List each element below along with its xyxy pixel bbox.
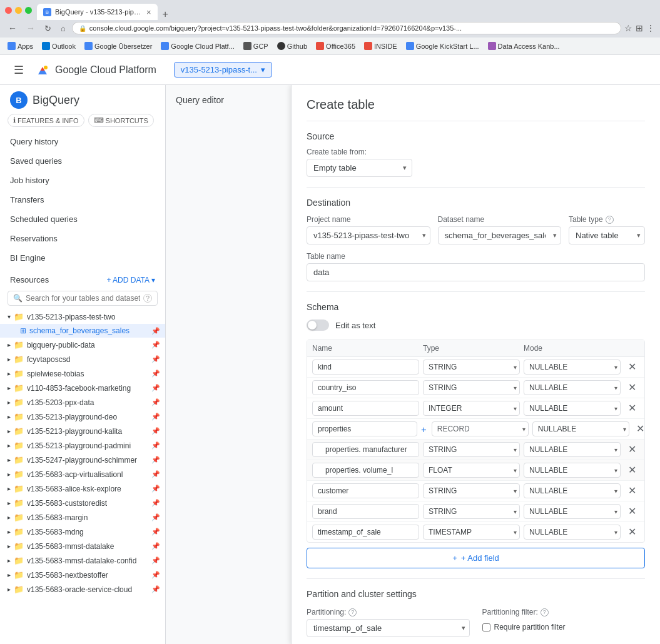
help-icon[interactable]: ? [143, 294, 152, 303]
remove-field-kind[interactable]: ✕ [624, 361, 639, 373]
table-type-select[interactable]: Native table External table [569, 227, 644, 244]
extensions-button[interactable]: ⊞ [636, 23, 643, 33]
sidebar-item-job-history[interactable]: Job history [0, 171, 165, 190]
shortcuts-btn[interactable]: ⌨ SHORTCUTS [88, 114, 154, 127]
features-info-btn[interactable]: ℹ FEATURES & INFO [8, 114, 84, 127]
tree-item-v135-5683-mmst[interactable]: ▸ 📁 v135-5683-mmst-datalake 📌 [0, 539, 165, 553]
tree-item-v135-5683-cust[interactable]: ▸ 📁 v135-5683-custstoredist 📌 [0, 496, 165, 510]
tree-item-v135-5683-margin[interactable]: ▸ 📁 v135-5683-margin 📌 [0, 510, 165, 525]
tree-item-v135-5683-next[interactable]: ▸ 📁 v135-5683-nextbestoffer 📌 [0, 568, 165, 582]
partition-filter-help-icon[interactable]: ? [541, 608, 549, 616]
bookmark-star[interactable]: ☆ [624, 23, 632, 33]
bookmark-apps[interactable]: Apps [4, 41, 37, 51]
hamburger-menu[interactable]: ☰ [10, 59, 28, 81]
field-name-brand[interactable] [312, 504, 419, 519]
tree-item-bigquery-public[interactable]: ▸ 📁 bigquery-public-data 📌 [0, 338, 165, 352]
tree-item-v110[interactable]: ▸ 📁 v110-4853-facebook-marketing 📌 [0, 381, 165, 395]
field-name-timestamp[interactable] [312, 525, 419, 540]
remove-field-properties[interactable]: ✕ [633, 423, 648, 435]
tree-item-fcyv[interactable]: ▸ 📁 fcyvtaposcsd 📌 [0, 352, 165, 366]
tree-item-v135-5247[interactable]: ▸ 📁 v135-5247-playground-schimmer 📌 [0, 453, 165, 467]
back-button[interactable]: ← [5, 22, 20, 34]
add-field-button[interactable]: + + Add field [307, 548, 645, 568]
tree-item-v135-5683-mdng[interactable]: ▸ 📁 v135-5683-mdng 📌 [0, 525, 165, 539]
tree-project-main[interactable]: ▾ 📁 v135-5213-pipass-test-two [0, 309, 165, 324]
remove-field-volume[interactable]: ✕ [624, 464, 639, 476]
tree-item-v135-5683-alice[interactable]: ▸ 📁 v135-5683-alice-ksk-explore 📌 [0, 481, 165, 496]
tree-item-spielwiese[interactable]: ▸ 📁 spielwiese-tobias 📌 [0, 366, 165, 381]
edit-as-text-toggle[interactable] [307, 319, 329, 331]
bookmark-gcp[interactable]: Google Cloud Platf... [157, 41, 238, 51]
create-from-select[interactable]: Empty table Google Cloud Storage Upload … [307, 159, 412, 176]
field-name-kind[interactable] [312, 360, 419, 375]
tree-item-v135-5213-pad[interactable]: ▸ 📁 v135-5213-playground-padmini 📌 [0, 438, 165, 453]
field-type-manufacturer[interactable]: STRINGINTEGERFLOATBOOLEANRECORDTIMESTAMP [424, 443, 519, 456]
field-mode-manufacturer[interactable]: NULLABLEREQUIREDREPEATED [524, 443, 620, 456]
dataset-name-select[interactable]: schema_for_beverages_sales [439, 227, 561, 244]
bookmark-gcp-short[interactable]: GCP [240, 41, 272, 51]
field-type-volume[interactable]: STRINGINTEGERFLOATBOOLEANRECORDTIMESTAMP [424, 463, 519, 477]
sidebar-item-saved-queries[interactable]: Saved queries [0, 151, 165, 171]
traffic-light-green[interactable] [25, 7, 32, 14]
field-name-customer[interactable] [312, 483, 419, 498]
field-mode-properties[interactable]: NULLABLEREQUIREDREPEATED [533, 422, 629, 436]
remove-field-timestamp[interactable]: ✕ [624, 526, 639, 538]
field-type-properties[interactable]: STRINGINTEGERFLOATBOOLEANRECORDTIMESTAMP [432, 422, 528, 436]
sidebar-item-reservations[interactable]: Reservations [0, 229, 165, 248]
bookmark-office365[interactable]: Office365 [312, 41, 359, 51]
bookmark-github[interactable]: Github [273, 41, 311, 51]
sidebar-item-query-history[interactable]: Query history [0, 132, 165, 151]
tree-dataset-item[interactable]: ⊞ schema_for_beverages_sales 📌 [0, 324, 165, 338]
field-name-amount[interactable] [312, 401, 419, 416]
active-tab[interactable]: B BigQuery - v135-5213-pipass-te... × [37, 4, 158, 20]
forward-button[interactable]: → [23, 22, 38, 34]
bookmark-inside[interactable]: INSIDE [360, 41, 401, 51]
tree-item-v135-5683-mmst-confid[interactable]: ▸ 📁 v135-5683-mmst-datalake-confid 📌 [0, 553, 165, 568]
tab-close[interactable]: × [146, 8, 151, 17]
sidebar-item-transfers[interactable]: Transfers [0, 190, 165, 209]
search-input[interactable] [26, 294, 140, 303]
tree-item-v135-5213-kal[interactable]: ▸ 📁 v135-5213-playground-kalita 📌 [0, 424, 165, 438]
field-mode-customer[interactable]: NULLABLEREQUIREDREPEATED [524, 484, 620, 498]
add-data-button[interactable]: + ADD DATA ▾ [106, 276, 155, 284]
tree-item-v135-5683-oracle[interactable]: ▸ 📁 v135-5683-oracle-service-cloud 📌 [0, 582, 165, 596]
bookmark-outlook[interactable]: Outlook [38, 41, 79, 51]
field-mode-kind[interactable]: NULLABLEREQUIREDREPEATED [524, 360, 620, 374]
field-name-properties[interactable] [312, 421, 417, 436]
reload-button[interactable]: ↻ [41, 23, 54, 34]
remove-field-country-iso[interactable]: ✕ [624, 381, 639, 394]
table-name-input[interactable] [307, 263, 645, 281]
remove-field-customer[interactable]: ✕ [624, 485, 639, 497]
tree-item-v135-5213-deo[interactable]: ▸ 📁 v135-5213-playground-deo 📌 [0, 410, 165, 424]
field-name-volume[interactable] [312, 463, 419, 478]
add-subfield-button[interactable]: + [420, 425, 428, 434]
sidebar-item-bi-engine[interactable]: BI Engine [0, 248, 165, 268]
bookmark-data-access[interactable]: Data Access Kanb... [484, 41, 564, 51]
new-tab-button[interactable]: + [158, 9, 173, 20]
require-filter-checkbox[interactable] [482, 623, 490, 631]
remove-field-manufacturer[interactable]: ✕ [624, 443, 639, 456]
field-type-brand[interactable]: STRINGINTEGERFLOATBOOLEANRECORDTIMESTAMP [424, 505, 519, 518]
traffic-light-red[interactable] [5, 7, 12, 14]
field-type-country-iso[interactable]: STRINGINTEGERFLOATBOOLEANRECORDTIMESTAMP [424, 381, 519, 395]
field-mode-brand[interactable]: NULLABLEREQUIREDREPEATED [524, 505, 620, 518]
traffic-light-yellow[interactable] [15, 7, 22, 14]
field-type-amount[interactable]: STRINGINTEGERFLOATBOOLEANRECORDTIMESTAMP [424, 401, 519, 415]
field-type-timestamp[interactable]: STRINGINTEGERFLOATBOOLEANRECORDTIMESTAMP [424, 525, 519, 539]
remove-field-amount[interactable]: ✕ [624, 402, 639, 415]
tree-item-v135-5683-acp[interactable]: ▸ 📁 v135-5683-acp-virtualisationl 📌 [0, 467, 165, 481]
menu-button[interactable]: ⋮ [646, 23, 655, 33]
home-button[interactable]: ⌂ [58, 23, 69, 34]
field-mode-amount[interactable]: NULLABLEREQUIREDREPEATED [524, 401, 620, 415]
field-mode-volume[interactable]: NULLABLEREQUIREDREPEATED [524, 463, 620, 477]
sidebar-item-scheduled-queries[interactable]: Scheduled queries [0, 209, 165, 229]
address-bar[interactable]: 🔒 console.cloud.google.com/bigquery?proj… [72, 22, 621, 34]
field-type-customer[interactable]: STRINGINTEGERFLOATBOOLEANRECORDTIMESTAMP [424, 484, 519, 498]
field-mode-timestamp[interactable]: NULLABLEREQUIREDREPEATED [524, 525, 620, 539]
field-name-manufacturer[interactable] [312, 442, 419, 457]
partitioning-select[interactable]: timestamp_of_sale [307, 620, 469, 636]
field-mode-country-iso[interactable]: NULLABLEREQUIREDREPEATED [524, 381, 620, 395]
remove-field-brand[interactable]: ✕ [624, 505, 639, 518]
search-box[interactable]: 🔍 ? [8, 291, 158, 306]
field-name-country-iso[interactable] [312, 380, 419, 395]
